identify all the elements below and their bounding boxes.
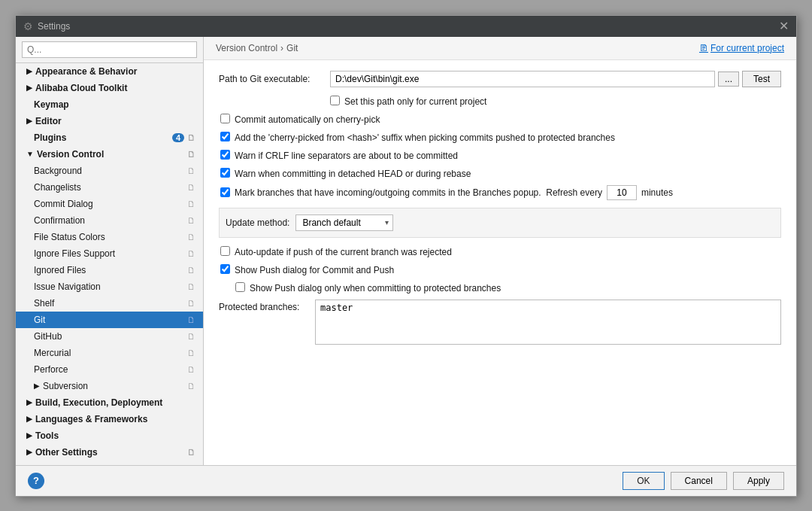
sidebar-item-version-control[interactable]: ▼ Version Control 🗋 bbox=[16, 146, 203, 163]
page-icon: 🗋 bbox=[187, 233, 195, 242]
sidebar-item-git[interactable]: Git 🗋 bbox=[16, 312, 203, 328]
settings-dialog: ⚙ Settings ✕ ▶ Appearance & Behavior ▶ A… bbox=[15, 15, 797, 497]
commit-cherry-pick-checkbox[interactable] bbox=[220, 114, 230, 123]
expand-arrow: ▶ bbox=[26, 448, 32, 456]
footer-bar: ? OK Cancel Apply bbox=[16, 465, 796, 496]
git-path-input[interactable] bbox=[330, 71, 715, 87]
auto-update-checkbox[interactable] bbox=[220, 246, 230, 256]
set-path-current-label: Set this path only for current project bbox=[344, 95, 486, 108]
set-path-checkbox-row: Set this path only for current project bbox=[219, 95, 781, 108]
search-input[interactable] bbox=[22, 41, 197, 58]
git-path-row: Path to Git executable: ... Test bbox=[219, 71, 781, 87]
commit-cherry-pick-row: Commit automatically on cherry-pick bbox=[219, 113, 781, 126]
expand-arrow: ▼ bbox=[26, 150, 34, 158]
warn-detached-row: Warn when committing in detached HEAD or… bbox=[219, 167, 781, 181]
test-button[interactable]: Test bbox=[742, 71, 781, 87]
breadcrumb-current: Git bbox=[286, 43, 298, 53]
sidebar-item-label: Shelf bbox=[34, 298, 184, 309]
show-push-protected-checkbox[interactable] bbox=[235, 282, 245, 292]
page-icon: 🗋 bbox=[187, 315, 195, 324]
sidebar-item-tools[interactable]: ▶ Tools bbox=[16, 427, 203, 444]
browse-button[interactable]: ... bbox=[718, 71, 739, 87]
show-push-dialog-checkbox[interactable] bbox=[220, 264, 230, 274]
cherry-picked-suffix-row: Add the 'cherry-picked from <hash>' suff… bbox=[219, 131, 781, 144]
sidebar-item-label: Perforce bbox=[34, 364, 184, 375]
sidebar-item-build[interactable]: ▶ Build, Execution, Deployment bbox=[16, 394, 203, 411]
sidebar-item-label: Languages & Frameworks bbox=[35, 414, 195, 424]
cherry-picked-suffix-checkbox[interactable] bbox=[220, 132, 230, 141]
page-icon: 🗋 bbox=[187, 133, 195, 142]
sidebar-item-editor[interactable]: ▶ Editor bbox=[16, 113, 203, 129]
page-icon: 🗋 bbox=[187, 166, 195, 175]
help-button[interactable]: ? bbox=[28, 473, 44, 489]
expand-arrow: ▶ bbox=[34, 382, 40, 390]
page-icon: 🗋 bbox=[187, 365, 195, 374]
apply-button[interactable]: Apply bbox=[733, 472, 784, 490]
sidebar-item-label: Background bbox=[34, 166, 184, 176]
project-link-icon: 🖹 bbox=[699, 43, 708, 53]
sidebar-item-label: Git bbox=[34, 315, 184, 325]
sidebar-item-other[interactable]: ▶ Other Settings 🗋 bbox=[16, 444, 203, 461]
sidebar-item-background[interactable]: Background 🗋 bbox=[16, 163, 203, 179]
mark-branches-checkbox[interactable] bbox=[220, 187, 230, 197]
sidebar-item-perforce[interactable]: Perforce 🗋 bbox=[16, 361, 203, 378]
sidebar-item-appearance[interactable]: ▶ Appearance & Behavior bbox=[16, 63, 203, 80]
update-method-dropdown-wrapper: Branch default Merge Rebase ▾ bbox=[295, 214, 393, 231]
breadcrumb-parent: Version Control bbox=[216, 43, 277, 53]
warn-crlf-checkbox[interactable] bbox=[220, 150, 230, 160]
page-icon: 🗋 bbox=[187, 299, 195, 308]
sidebar-item-alibaba[interactable]: ▶ Alibaba Cloud Toolkit bbox=[16, 80, 203, 96]
path-input-group: ... Test bbox=[330, 71, 781, 87]
warn-detached-checkbox[interactable] bbox=[220, 168, 230, 178]
ok-button[interactable]: OK bbox=[623, 472, 664, 490]
set-path-current-checkbox[interactable] bbox=[330, 96, 340, 105]
protected-branches-row: Protected branches: master bbox=[219, 300, 781, 345]
sidebar-item-label: Tools bbox=[35, 430, 195, 441]
auto-update-label: Auto-update if push of the current branc… bbox=[235, 245, 452, 259]
warn-detached-label: Warn when committing in detached HEAD or… bbox=[235, 167, 471, 181]
sidebar-item-subversion[interactable]: ▶ Subversion 🗋 bbox=[16, 378, 203, 394]
page-icon: 🗋 bbox=[187, 348, 195, 357]
sidebar-item-label: Build, Execution, Deployment bbox=[35, 397, 195, 408]
breadcrumb: Version Control › Git 🖹 For current proj… bbox=[204, 37, 796, 60]
sidebar: ▶ Appearance & Behavior ▶ Alibaba Cloud … bbox=[16, 37, 204, 465]
sidebar-item-label: Commit Dialog bbox=[34, 199, 184, 209]
sidebar-item-file-status-colors[interactable]: File Status Colors 🗋 bbox=[16, 229, 203, 245]
cancel-button[interactable]: Cancel bbox=[671, 472, 727, 490]
sidebar-item-commit-dialog[interactable]: Commit Dialog 🗋 bbox=[16, 196, 203, 212]
sidebar-item-plugins[interactable]: Plugins 4 🗋 bbox=[16, 129, 203, 146]
expand-arrow: ▶ bbox=[26, 415, 32, 423]
mark-branches-label: Mark branches that have incoming/outgoin… bbox=[235, 186, 602, 199]
sidebar-item-changelists[interactable]: Changelists 🗋 bbox=[16, 179, 203, 196]
update-method-label: Update method: bbox=[226, 217, 289, 228]
sidebar-item-label: Other Settings bbox=[35, 447, 184, 458]
page-icon: 🗋 bbox=[187, 183, 195, 192]
project-link-text: For current project bbox=[710, 43, 784, 53]
sidebar-item-github[interactable]: GitHub 🗋 bbox=[16, 328, 203, 345]
sidebar-item-issue-navigation[interactable]: Issue Navigation 🗋 bbox=[16, 278, 203, 295]
page-icon: 🗋 bbox=[187, 199, 195, 208]
refresh-minutes-input[interactable] bbox=[607, 185, 637, 200]
close-button[interactable]: ✕ bbox=[779, 20, 789, 32]
page-icon: 🗋 bbox=[187, 249, 195, 258]
cherry-picked-suffix-label: Add the 'cherry-picked from <hash>' suff… bbox=[235, 131, 615, 144]
plugins-badge: 4 bbox=[172, 133, 184, 142]
path-label: Path to Git executable: bbox=[219, 74, 324, 84]
sidebar-item-mercurial[interactable]: Mercurial 🗋 bbox=[16, 345, 203, 361]
protected-branches-input[interactable]: master bbox=[315, 300, 781, 345]
sidebar-item-ignore-files[interactable]: Ignore Files Support 🗋 bbox=[16, 245, 203, 262]
sidebar-item-confirmation[interactable]: Confirmation 🗋 bbox=[16, 212, 203, 229]
for-current-project-link[interactable]: 🖹 For current project bbox=[699, 43, 784, 53]
page-icon: 🗋 bbox=[187, 266, 195, 275]
sidebar-item-languages[interactable]: ▶ Languages & Frameworks bbox=[16, 411, 203, 427]
sidebar-item-label: File Status Colors bbox=[34, 232, 184, 242]
update-method-select[interactable]: Branch default Merge Rebase bbox=[295, 214, 393, 231]
title-bar-left: ⚙ Settings bbox=[23, 20, 70, 32]
auto-update-row: Auto-update if push of the current branc… bbox=[219, 245, 781, 259]
sidebar-item-shelf[interactable]: Shelf 🗋 bbox=[16, 295, 203, 312]
sidebar-item-ignored-files[interactable]: Ignored Files 🗋 bbox=[16, 262, 203, 278]
update-method-row: Update method: Branch default Merge Reba… bbox=[219, 208, 781, 238]
sidebar-item-keymap[interactable]: Keymap bbox=[16, 96, 203, 113]
sidebar-item-label: Changelists bbox=[34, 182, 184, 193]
expand-arrow: ▶ bbox=[26, 431, 32, 440]
